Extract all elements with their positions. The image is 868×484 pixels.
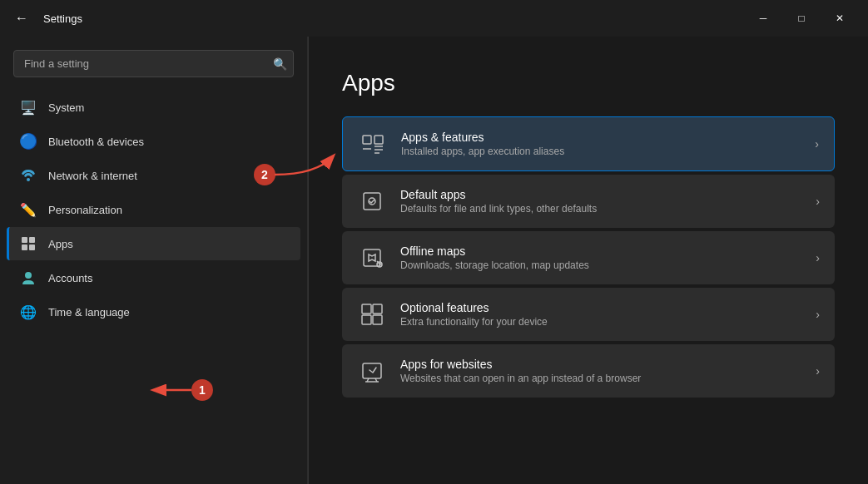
- svg-rect-19: [373, 304, 382, 314]
- main-area: 🔍 🖥️ System 🔵 Bluetooth & devices Networ…: [0, 37, 868, 484]
- close-button[interactable]: ✕: [821, 5, 858, 32]
- window-controls: ─ □ ✕: [745, 5, 858, 32]
- content-area: Apps Apps & features Installed a: [309, 37, 868, 484]
- settings-item-optional-features[interactable]: Optional features Extra functionality fo…: [342, 288, 835, 341]
- settings-item-apps-websites[interactable]: Apps for websites Websites that can open…: [342, 344, 835, 398]
- sidebar-label-time: Time & language: [48, 306, 130, 319]
- sidebar-label-personalization: Personalization: [48, 204, 122, 216]
- svg-rect-1: [22, 237, 27, 243]
- apps-features-text: Apps & features Installed apps, app exec…: [401, 131, 801, 157]
- bluetooth-icon: 🔵: [20, 133, 37, 150]
- offline-maps-desc: Downloads, storage location, map updates: [400, 259, 802, 271]
- apps-websites-text: Apps for websites Websites that can open…: [400, 358, 802, 384]
- svg-rect-6: [363, 136, 371, 144]
- sidebar-label-network: Network & internet: [48, 170, 137, 182]
- settings-list: Apps & features Installed apps, app exec…: [342, 116, 835, 398]
- personalization-icon: ✏️: [20, 201, 37, 218]
- sidebar-label-system: System: [48, 101, 84, 114]
- title-left: ← Settings: [10, 7, 82, 30]
- maximize-button[interactable]: □: [783, 5, 820, 32]
- apps-websites-chevron: ›: [816, 364, 820, 378]
- offline-maps-title: Offline maps: [400, 244, 802, 258]
- apps-features-desc: Installed apps, app execution aliases: [401, 146, 801, 157]
- page-title: Apps: [342, 70, 835, 96]
- svg-rect-22: [363, 363, 381, 378]
- default-apps-text: Default apps Defaults for file and link …: [400, 188, 802, 215]
- svg-rect-18: [362, 304, 371, 314]
- title-bar: ← Settings ─ □ ✕: [0, 0, 868, 37]
- search-icon-button[interactable]: 🔍: [273, 57, 287, 71]
- system-icon: 🖥️: [20, 99, 37, 116]
- sidebar-item-apps[interactable]: Apps: [7, 227, 300, 260]
- default-apps-desc: Defaults for file and link types, other …: [400, 203, 802, 215]
- minimize-button[interactable]: ─: [745, 5, 781, 32]
- apps-websites-icon: [357, 356, 387, 386]
- time-icon: 🌐: [20, 304, 37, 320]
- back-button[interactable]: ←: [10, 7, 33, 30]
- app-title: Settings: [43, 12, 82, 25]
- optional-features-text: Optional features Extra functionality fo…: [400, 301, 802, 328]
- network-icon: [20, 167, 37, 184]
- offline-maps-text: Offline maps Downloads, storage location…: [400, 244, 802, 271]
- search-box: 🔍: [13, 50, 294, 77]
- accounts-icon: [20, 269, 37, 286]
- svg-rect-3: [22, 244, 27, 250]
- sidebar-item-personalization[interactable]: ✏️ Personalization: [7, 193, 300, 226]
- search-input[interactable]: [13, 50, 294, 77]
- apps-features-title: Apps & features: [401, 131, 801, 144]
- svg-rect-7: [374, 136, 383, 144]
- optional-features-icon: [357, 299, 387, 329]
- sidebar-item-time[interactable]: 🌐 Time & language: [7, 295, 300, 328]
- sidebar-label-accounts: Accounts: [48, 272, 92, 284]
- settings-item-offline-maps[interactable]: Offline maps Downloads, storage location…: [342, 231, 835, 284]
- apps-icon: [20, 235, 37, 252]
- offline-maps-icon: [357, 243, 387, 273]
- default-apps-chevron: ›: [816, 195, 820, 208]
- svg-rect-4: [29, 244, 35, 250]
- apps-websites-desc: Websites that can open in an app instead…: [400, 373, 802, 384]
- sidebar-item-bluetooth[interactable]: 🔵 Bluetooth & devices: [7, 125, 300, 158]
- search-icon: 🔍: [273, 57, 287, 71]
- svg-rect-2: [29, 237, 35, 243]
- offline-maps-chevron: ›: [816, 251, 820, 264]
- svg-rect-20: [362, 315, 371, 324]
- apps-websites-title: Apps for websites: [400, 358, 802, 371]
- optional-features-desc: Extra functionality for your device: [400, 316, 802, 328]
- default-apps-title: Default apps: [400, 188, 802, 201]
- settings-item-apps-features[interactable]: Apps & features Installed apps, app exec…: [342, 116, 835, 171]
- sidebar-item-accounts[interactable]: Accounts: [7, 261, 300, 294]
- svg-point-0: [27, 178, 30, 181]
- optional-features-chevron: ›: [816, 308, 820, 321]
- sidebar-item-network[interactable]: Network & internet: [7, 159, 300, 192]
- svg-rect-14: [364, 249, 380, 266]
- sidebar: 🔍 🖥️ System 🔵 Bluetooth & devices Networ…: [0, 37, 308, 484]
- sidebar-label-apps: Apps: [48, 238, 73, 250]
- settings-item-default-apps[interactable]: Default apps Defaults for file and link …: [342, 175, 835, 228]
- svg-point-5: [25, 272, 32, 279]
- apps-features-icon: [358, 129, 388, 159]
- apps-features-chevron: ›: [815, 137, 819, 151]
- default-apps-icon: [357, 186, 387, 216]
- sidebar-item-system[interactable]: 🖥️ System: [7, 91, 300, 124]
- sidebar-label-bluetooth: Bluetooth & devices: [48, 136, 144, 148]
- optional-features-title: Optional features: [400, 301, 802, 314]
- svg-rect-21: [373, 315, 382, 324]
